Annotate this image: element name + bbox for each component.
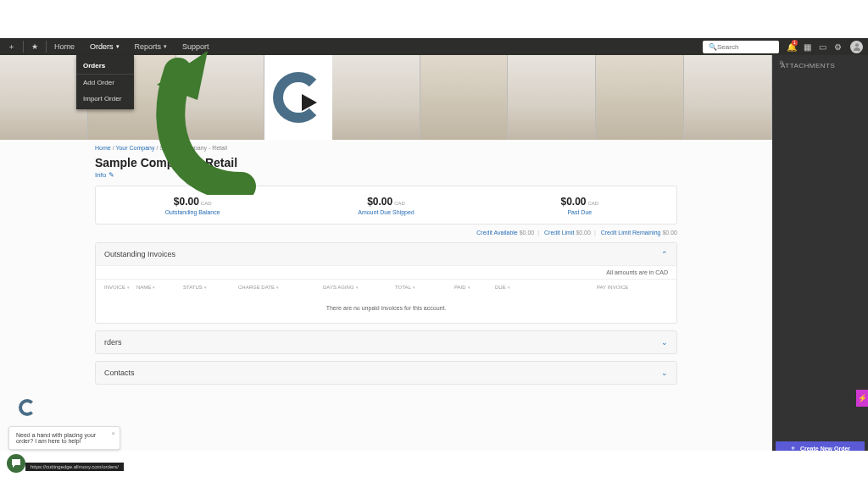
chevron-down-icon: ▾ [164, 43, 167, 50]
stat-shipped: $0.00CAD Amount Due Shipped [289, 186, 482, 224]
nav-reports[interactable]: Reports ▾ [127, 38, 175, 55]
currency-note: All amounts are in CAD [96, 266, 676, 279]
orders-section[interactable]: rders⌄ [95, 330, 677, 354]
stat-shipped-label[interactable]: Amount Due Shipped [358, 209, 415, 215]
crumb-company[interactable]: Your Company [115, 145, 154, 151]
chat-brand-icon [19, 399, 36, 416]
col-days-aging[interactable]: DAYS AGING▾ [323, 285, 395, 290]
stat-pastdue-label[interactable]: Past Due [567, 209, 592, 215]
chevron-down-icon: ▾ [116, 43, 120, 50]
notification-badge: 1 [792, 40, 798, 46]
attachments-title: ATTACHMENTS [772, 55, 868, 76]
stat-outstanding-label[interactable]: Outstanding Balance [165, 209, 220, 215]
page-title: Sample Company - Retail [0, 154, 772, 171]
expand-icon[interactable]: ⌄ [661, 369, 668, 377]
nav-orders[interactable]: Orders ▾ [82, 38, 127, 55]
col-name[interactable]: NAME▾ [136, 285, 183, 290]
crumb-home[interactable]: Home [95, 145, 111, 151]
calendar-icon[interactable]: ▭ [815, 39, 830, 54]
expand-icon[interactable]: ⌄ [661, 338, 668, 347]
add-icon[interactable]: ＋ [0, 38, 23, 55]
dropdown-add-order[interactable]: Add Order [76, 75, 134, 91]
empty-invoices-message: There are no unpaid invoices for this ac… [96, 295, 676, 323]
stat-outstanding: $0.00CAD Outstanding Balance [96, 186, 289, 224]
close-icon[interactable]: × [111, 430, 115, 437]
chat-message: Need a hand with placing your order? I a… [16, 432, 96, 444]
orders-dropdown: Orders Add Order Import Order [76, 55, 134, 109]
brand-logo [264, 55, 332, 140]
credit-summary: Credit Available $0.00| Credit Limit $0.… [95, 230, 677, 236]
attachments-panel: » ATTACHMENTS ＋Create New Order ✖Import … [772, 55, 868, 488]
outstanding-invoices-section: Outstanding Invoices⌃ All amounts are in… [95, 242, 677, 324]
stat-pastdue: $0.00CAD Past Due [483, 186, 676, 224]
gear-icon[interactable]: ⚙ [830, 39, 845, 54]
col-due[interactable]: DUE▾ [495, 285, 597, 290]
invoice-table-header: INVOICE▾ NAME▾ STATUS▾ CHARGE DATE▾ DAYS… [96, 279, 676, 295]
breadcrumb: Home / Your Company / Sample Company - R… [0, 140, 772, 154]
info-link[interactable]: Info ✎ [0, 171, 772, 179]
search-input-wrap[interactable]: 🔍 [703, 41, 779, 53]
col-status[interactable]: STATUS▾ [183, 285, 238, 290]
col-pay: PAY INVOICE [597, 285, 668, 290]
bell-icon[interactable]: 🔔1 [784, 39, 799, 54]
star-icon[interactable]: ★ [24, 38, 46, 55]
avatar[interactable] [850, 41, 863, 53]
search-icon: 🔍 [709, 43, 717, 51]
col-invoice[interactable]: INVOICE▾ [104, 285, 136, 290]
col-charge-date[interactable]: CHARGE DATE▾ [238, 285, 323, 290]
stats-card: $0.00CAD Outstanding Balance $0.00CAD Am… [95, 186, 677, 225]
chat-popup: × Need a hand with placing your order? I… [8, 426, 120, 450]
apps-icon[interactable]: ▦ [799, 39, 815, 54]
collapse-icon[interactable]: ⌃ [661, 250, 668, 258]
dropdown-header: Orders [76, 58, 134, 75]
nav-home[interactable]: Home [47, 38, 82, 55]
top-nav: ＋ ★ Home Orders ▾ Reports ▾ Support 🔍 🔔1… [0, 38, 868, 55]
lightning-icon[interactable]: ⚡ [856, 390, 868, 407]
contacts-section[interactable]: Contacts⌄ [95, 361, 677, 385]
dropdown-import-order[interactable]: Import Order [76, 91, 134, 107]
collapse-icon[interactable]: » [779, 58, 784, 67]
crumb-current: Sample Company - Retail [159, 145, 227, 151]
section-header-invoices[interactable]: Outstanding Invoices⌃ [96, 243, 676, 266]
nav-support[interactable]: Support [175, 38, 217, 55]
search-input[interactable] [717, 43, 768, 51]
col-paid[interactable]: PAID▾ [454, 285, 495, 290]
chat-fab[interactable] [7, 454, 25, 473]
col-total[interactable]: TOTAL▾ [395, 285, 454, 290]
status-bar-url: https://cuttingedge.allmoxy.com/orders/ [25, 463, 124, 471]
svg-point-0 [855, 43, 859, 47]
